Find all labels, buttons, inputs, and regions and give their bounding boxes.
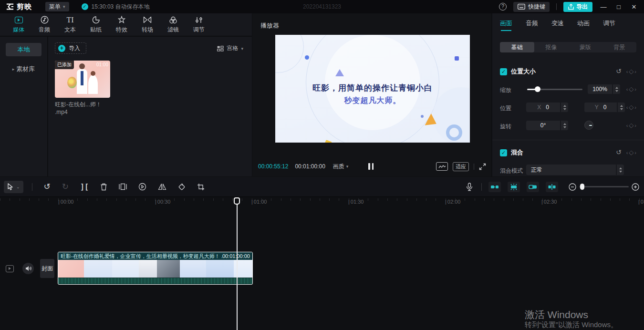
keyframe-control[interactable]: ‹◇› (626, 68, 637, 75)
tab-transitions[interactable]: 转场 (135, 13, 160, 36)
crop-button[interactable] (197, 183, 205, 191)
ruler-label: 02:30 (541, 199, 557, 205)
sidebar-item-local[interactable]: 本地 (6, 43, 42, 56)
reverse-button[interactable] (138, 183, 146, 191)
tab-audio[interactable]: 音频 (31, 13, 57, 36)
scale-value-field[interactable]: 100% (588, 84, 612, 94)
close-button[interactable]: ✕ (630, 3, 638, 10)
pause-button[interactable] (368, 163, 374, 170)
tab-stickers[interactable]: 贴纸 (83, 13, 109, 36)
shortcut-button[interactable]: 快捷键 (513, 2, 550, 12)
redo-button[interactable]: ↻ (62, 182, 69, 192)
track-type-icon[interactable] (6, 265, 14, 272)
freeze-frame-button[interactable] (119, 183, 127, 190)
video-clip[interactable]: 旺影-在线创作婚礼爱情，企业宣传，生活相册视频，秒变超凡大师！ .mp4 00:… (58, 252, 253, 285)
blend-mode-select[interactable]: 正常 (526, 165, 616, 175)
position-x-stepper[interactable] (561, 103, 568, 112)
preview-decor-ring (275, 35, 304, 73)
import-button[interactable]: + 导入 (55, 42, 86, 54)
rotate-stepper[interactable] (561, 121, 568, 130)
help-icon[interactable]: ? (499, 3, 507, 10)
export-button[interactable]: 导出 (563, 2, 592, 12)
trash-icon (100, 183, 107, 191)
fit-select[interactable]: 适应 (453, 162, 469, 171)
tab-effects[interactable]: 特效 (109, 13, 135, 36)
timeline-area[interactable]: 00:00 00:30 01:00 01:30 02:00 02:30 03:0… (0, 197, 644, 330)
zoom-out-icon[interactable] (569, 183, 576, 191)
tab-audio-settings[interactable]: 音频 (526, 19, 538, 28)
tab-adjust[interactable]: 调节 (186, 13, 212, 36)
view-mode-select[interactable]: 宫格 ▾ (217, 44, 243, 52)
blend-keyframe[interactable]: ‹◇› (626, 149, 637, 156)
position-x-field[interactable]: X 0 (526, 103, 560, 112)
rotate-dial[interactable] (584, 121, 593, 130)
tab-animation[interactable]: 动画 (577, 19, 590, 28)
speaker-icon (25, 266, 31, 271)
subtab-mask[interactable]: 蒙版 (568, 42, 602, 52)
subtab-cutout[interactable]: 抠像 (534, 42, 569, 52)
media-item-thumbnail[interactable]: 已添加 01:00 (55, 61, 110, 98)
preview-axis-toggle[interactable] (546, 182, 558, 192)
tab-speed[interactable]: 变速 (551, 19, 564, 28)
tab-filters[interactable]: 滤镜 (160, 13, 186, 36)
tab-media[interactable]: 媒体 (6, 13, 31, 36)
undo-button[interactable]: ↺ (44, 182, 51, 192)
delete-button[interactable] (100, 183, 107, 191)
scale-slider[interactable] (527, 89, 582, 90)
ruler-label: 01:00 (251, 199, 267, 205)
blend-tools: ↺ ‹◇› (616, 148, 637, 156)
crop-icon (197, 183, 205, 191)
maximize-button[interactable]: □ (614, 3, 623, 10)
scale-stepper[interactable] (613, 84, 620, 94)
zoom-slider[interactable] (579, 186, 629, 187)
reset-icon[interactable]: ↺ (616, 148, 622, 156)
rotate-icon (178, 183, 186, 191)
toolbar-divider (32, 183, 32, 191)
minimize-button[interactable]: — (599, 3, 608, 10)
zoom-in-icon[interactable] (632, 183, 639, 191)
record-voice-button[interactable] (466, 183, 473, 191)
playhead-line[interactable] (237, 197, 238, 330)
video-preview[interactable]: 旺影，用简单的操作让青铜小白 秒变超凡大师。 (275, 35, 470, 143)
fullscreen-icon[interactable] (479, 163, 486, 170)
slider-knob[interactable] (535, 86, 540, 92)
subtab-background[interactable]: 背景 (602, 42, 637, 52)
subtab-basic[interactable]: 基础 (500, 42, 534, 52)
auto-snap-toggle[interactable] (508, 182, 520, 192)
quality-select[interactable]: 画质 ▾ (333, 163, 349, 171)
menu-button[interactable]: 菜单 ▾ (45, 2, 69, 11)
keyframe-diamond-icon: ◇ (629, 68, 634, 75)
reset-icon[interactable]: ↺ (616, 67, 622, 75)
tab-picture[interactable]: 画面 (500, 19, 512, 28)
position-size-header: ✓ 位置大小 (500, 67, 536, 76)
sidebar-item-library[interactable]: ▸ 素材库 (6, 62, 42, 76)
tab-adjustment[interactable]: 调节 (603, 19, 615, 28)
rotate-button[interactable] (178, 183, 186, 191)
added-badge: 已添加 (55, 61, 74, 69)
rotate-keyframe[interactable]: ‹◇› (626, 122, 637, 129)
position-y-stepper[interactable] (618, 103, 625, 112)
tab-text[interactable]: TI 文本 (57, 13, 83, 36)
checkbox-checked-icon[interactable]: ✓ (500, 68, 507, 75)
windows-activation-watermark: 激活 Windows (525, 308, 588, 321)
scale-keyframe[interactable]: ‹◇› (626, 85, 637, 93)
ribbon-tabs: 媒体 音频 TI 文本 贴纸 特效 转场 滤镜 调节 (0, 13, 252, 36)
split-button[interactable]: ][ (80, 183, 89, 191)
main-track-magnet-toggle[interactable] (488, 182, 501, 192)
preview-quality-icon[interactable] (436, 162, 448, 171)
cover-button[interactable]: 封面 (40, 259, 54, 278)
mute-track-button[interactable] (22, 263, 34, 274)
linkage-toggle[interactable] (527, 182, 539, 192)
select-tool-button[interactable]: ⌄ (4, 181, 23, 193)
checkbox-checked-icon[interactable]: ✓ (500, 149, 507, 156)
blend-mode-stepper[interactable] (617, 165, 624, 175)
playhead-handle[interactable] (234, 197, 240, 205)
zoom-slider-knob[interactable] (580, 184, 584, 190)
position-y-field[interactable]: Y 0 (584, 103, 617, 112)
mirror-button[interactable] (158, 183, 166, 190)
rotate-value-field[interactable]: 0° (526, 121, 560, 130)
timeline-ruler[interactable]: 00:00 00:30 01:00 01:30 02:00 02:30 03:0… (0, 197, 644, 207)
freeze-icon (119, 183, 127, 190)
position-keyframe[interactable]: ‹◇› (626, 103, 637, 111)
player-controls: 00:00:55:12 00:01:00:00 画质 ▾ 适应 (252, 156, 492, 176)
